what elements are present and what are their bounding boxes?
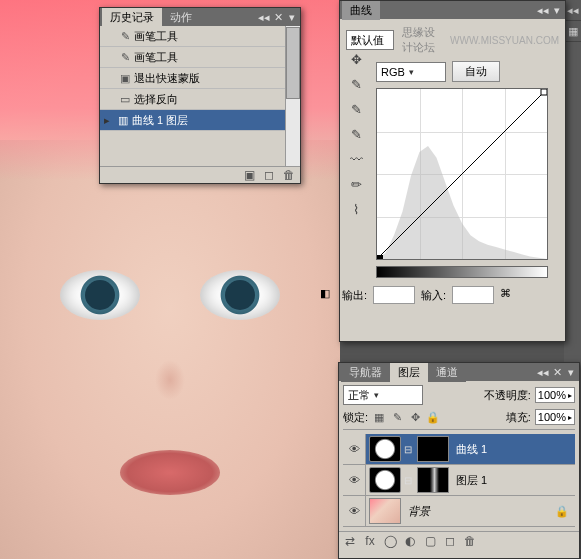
lock-pixels-icon[interactable]: ✎ [390, 410, 404, 424]
history-list[interactable]: ✎ 画笔工具 ✎ 画笔工具 ▣ 退出快速蒙版 ▭ 选择反向 ▸ ▥ 曲线 1 图… [100, 26, 300, 166]
opacity-field[interactable]: 100%▸ [535, 387, 575, 403]
input-field[interactable] [452, 286, 494, 304]
curve-line[interactable] [377, 89, 547, 259]
lock-transparent-icon[interactable]: ▦ [372, 410, 386, 424]
layer-row[interactable]: 👁 背景 🔒 [343, 496, 575, 527]
trash-icon[interactable]: 🗑 [463, 534, 477, 548]
brush-icon: ✎ [116, 49, 134, 65]
fx-icon[interactable]: fx [363, 534, 377, 548]
eyedropper-black-icon[interactable]: ✎ [345, 73, 367, 95]
tab-navigator[interactable]: 导航器 [341, 363, 390, 382]
collapse-icon[interactable]: ◂◂ [258, 11, 270, 23]
clip-icon[interactable]: ◧ [320, 287, 336, 303]
blend-mode-value: 正常 [348, 388, 370, 403]
history-label: 画笔工具 [134, 50, 178, 65]
link-icon[interactable]: ⌘ [500, 287, 516, 303]
layer-name[interactable]: 图层 1 [456, 473, 487, 488]
svg-line-1 [377, 89, 547, 259]
history-panel: 历史记录 动作 ◂◂ ✕ ▾ ✎ 画笔工具 ✎ 画笔工具 ▣ 退出快速蒙版 ▭ … [99, 7, 301, 184]
group-icon[interactable]: ▢ [423, 534, 437, 548]
menu-icon[interactable]: ▾ [286, 11, 298, 23]
svg-rect-3 [541, 89, 547, 95]
close-icon[interactable]: ✕ [551, 366, 563, 378]
history-label: 画笔工具 [134, 29, 178, 44]
watermark-text: 思缘设计论坛 [402, 25, 446, 55]
new-document-icon[interactable]: ◻ [262, 168, 276, 182]
fill-field[interactable]: 100%▸ [535, 409, 575, 425]
collapse-icon[interactable]: ◂◂ [537, 4, 549, 16]
curves-panel: 曲线 ◂◂ ▾ 默认值 思缘设计论坛 WWW.MISSYUAN.COM RGB … [339, 0, 566, 342]
layer-list: 👁 ⊟ 曲线 1 👁 ⊟ 图层 1 👁 背景 🔒 [343, 434, 575, 527]
visibility-toggle[interactable]: 👁 [343, 465, 366, 495]
adjustment-icon[interactable]: ◐ [403, 534, 417, 548]
smooth-icon[interactable]: 〰 [345, 148, 367, 170]
lock-icon: 🔒 [555, 505, 569, 518]
adjustment-thumb[interactable] [369, 467, 401, 493]
link-icon: ⊟ [404, 444, 414, 455]
mask-thumb[interactable] [417, 467, 449, 493]
history-label: 选择反向 [134, 92, 178, 107]
eyedropper-gray-icon[interactable]: ✎ [345, 98, 367, 120]
channel-value: RGB [381, 66, 405, 78]
eyedropper-white-icon[interactable]: ✎ [345, 123, 367, 145]
lock-all-icon[interactable]: 🔒 [426, 410, 440, 424]
brush-icon: ✎ [116, 28, 134, 44]
layer-row[interactable]: 👁 ⊟ 图层 1 [343, 465, 575, 496]
new-layer-icon[interactable]: ◻ [443, 534, 457, 548]
swatch-icon[interactable]: ▦ [564, 21, 581, 42]
preset-dropdown[interactable]: 默认值 [346, 30, 394, 50]
pencil-icon[interactable]: ✏ [345, 173, 367, 195]
sampler-icon[interactable]: ✥ [345, 48, 367, 70]
menu-icon[interactable]: ▾ [565, 366, 577, 378]
close-icon[interactable]: ✕ [272, 11, 284, 23]
link-icon: ⊟ [404, 475, 414, 486]
new-snapshot-icon[interactable]: ▣ [242, 168, 256, 182]
watermark-url: WWW.MISSYUAN.COM [450, 35, 559, 46]
layer-thumb[interactable] [369, 498, 401, 524]
layer-icon: ▥ [114, 112, 132, 128]
menu-icon[interactable]: ▾ [551, 4, 563, 16]
layer-name[interactable]: 曲线 1 [456, 442, 487, 457]
history-item[interactable]: ✎ 画笔工具 [100, 26, 300, 47]
history-item[interactable]: ✎ 画笔工具 [100, 47, 300, 68]
visibility-toggle[interactable]: 👁 [343, 434, 366, 464]
mask-thumb[interactable] [417, 436, 449, 462]
collapse-icon[interactable]: ◂◂ [537, 366, 549, 378]
svg-rect-2 [377, 255, 383, 259]
tab-channels[interactable]: 通道 [428, 363, 466, 382]
output-field[interactable] [373, 286, 415, 304]
history-label: 曲线 1 图层 [132, 113, 188, 128]
blend-mode-dropdown[interactable]: 正常 ▾ [343, 385, 423, 405]
adjustment-thumb[interactable] [369, 436, 401, 462]
chevron-down-icon: ▾ [374, 390, 379, 400]
mask-icon[interactable]: ◯ [383, 534, 397, 548]
history-tabbar: 历史记录 动作 ◂◂ ✕ ▾ [100, 8, 300, 26]
fill-label: 填充: [506, 410, 531, 425]
tab-history[interactable]: 历史记录 [102, 8, 162, 27]
layer-row[interactable]: 👁 ⊟ 曲线 1 [343, 434, 575, 465]
expand-dock-icon[interactable]: ◂◂ [564, 0, 581, 21]
history-item-active[interactable]: ▸ ▥ 曲线 1 图层 [100, 110, 300, 131]
auto-button[interactable]: 自动 [452, 61, 500, 82]
opacity-label: 不透明度: [484, 388, 531, 403]
tab-actions[interactable]: 动作 [162, 8, 200, 27]
layers-tabbar: 导航器 图层 通道 ◂◂ ✕ ▾ [339, 363, 579, 381]
channel-dropdown[interactable]: RGB ▾ [376, 62, 446, 82]
playhead-icon: ▸ [100, 114, 114, 127]
history-item[interactable]: ▣ 退出快速蒙版 [100, 68, 300, 89]
layer-name[interactable]: 背景 [408, 504, 430, 519]
curves-tabbar: 曲线 ◂◂ ▾ [340, 1, 565, 19]
curves-graph[interactable] [376, 88, 548, 260]
history-item[interactable]: ▭ 选择反向 [100, 89, 300, 110]
lock-label: 锁定: [343, 410, 368, 425]
scrollbar[interactable] [285, 26, 300, 166]
history-label: 退出快速蒙版 [134, 71, 200, 86]
layers-panel: 导航器 图层 通道 ◂◂ ✕ ▾ 正常 ▾ 不透明度: 100%▸ 锁定: ▦ … [338, 362, 580, 559]
lock-position-icon[interactable]: ✥ [408, 410, 422, 424]
visibility-toggle[interactable]: 👁 [343, 496, 366, 526]
tab-curves[interactable]: 曲线 [342, 1, 380, 20]
trash-icon[interactable]: 🗑 [282, 168, 296, 182]
point-curve-icon[interactable]: ⌇ [345, 198, 367, 220]
tab-layers[interactable]: 图层 [390, 363, 428, 382]
link-layers-icon[interactable]: ⇄ [343, 534, 357, 548]
